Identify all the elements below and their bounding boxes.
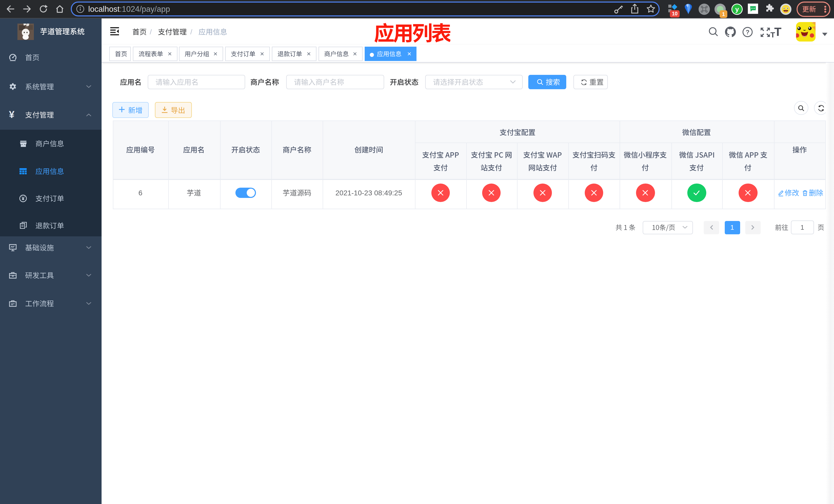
svg-text:?: ? [746, 29, 750, 36]
svg-text:y: y [735, 5, 739, 13]
